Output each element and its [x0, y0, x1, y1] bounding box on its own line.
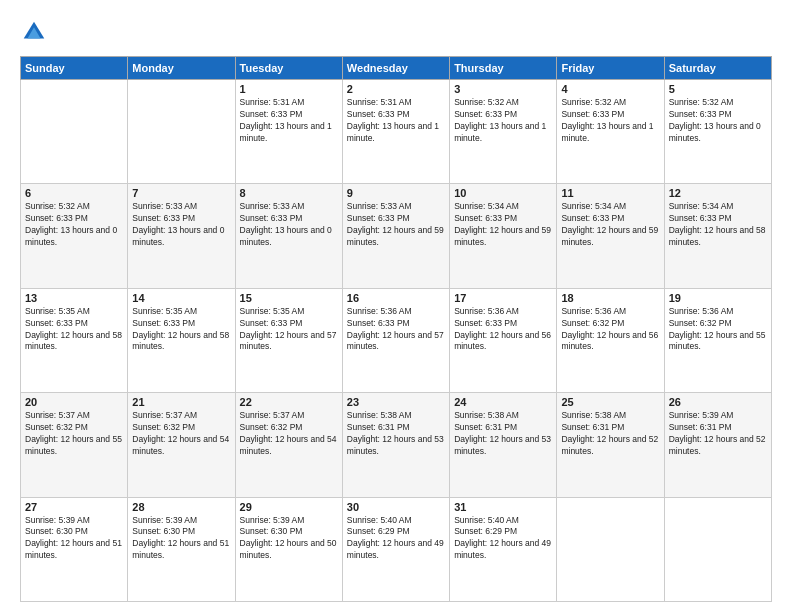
calendar-cell: 15Sunrise: 5:35 AMSunset: 6:33 PMDayligh… — [235, 288, 342, 392]
day-info: Sunrise: 5:32 AMSunset: 6:33 PMDaylight:… — [561, 97, 659, 145]
calendar-cell: 26Sunrise: 5:39 AMSunset: 6:31 PMDayligh… — [664, 393, 771, 497]
weekday-header: Tuesday — [235, 57, 342, 80]
calendar-cell: 7Sunrise: 5:33 AMSunset: 6:33 PMDaylight… — [128, 184, 235, 288]
day-number: 23 — [347, 396, 445, 408]
weekday-header: Thursday — [450, 57, 557, 80]
day-number: 5 — [669, 83, 767, 95]
day-number: 19 — [669, 292, 767, 304]
logo-icon — [20, 18, 48, 46]
calendar-week-row: 27Sunrise: 5:39 AMSunset: 6:30 PMDayligh… — [21, 497, 772, 601]
day-number: 14 — [132, 292, 230, 304]
day-info: Sunrise: 5:35 AMSunset: 6:33 PMDaylight:… — [25, 306, 123, 354]
calendar-cell — [557, 497, 664, 601]
day-info: Sunrise: 5:36 AMSunset: 6:33 PMDaylight:… — [347, 306, 445, 354]
day-info: Sunrise: 5:32 AMSunset: 6:33 PMDaylight:… — [454, 97, 552, 145]
day-number: 2 — [347, 83, 445, 95]
day-info: Sunrise: 5:33 AMSunset: 6:33 PMDaylight:… — [347, 201, 445, 249]
calendar-cell — [664, 497, 771, 601]
day-info: Sunrise: 5:37 AMSunset: 6:32 PMDaylight:… — [240, 410, 338, 458]
day-number: 9 — [347, 187, 445, 199]
day-info: Sunrise: 5:31 AMSunset: 6:33 PMDaylight:… — [347, 97, 445, 145]
day-info: Sunrise: 5:31 AMSunset: 6:33 PMDaylight:… — [240, 97, 338, 145]
day-info: Sunrise: 5:39 AMSunset: 6:30 PMDaylight:… — [25, 515, 123, 563]
day-info: Sunrise: 5:33 AMSunset: 6:33 PMDaylight:… — [240, 201, 338, 249]
weekday-header: Monday — [128, 57, 235, 80]
day-info: Sunrise: 5:36 AMSunset: 6:32 PMDaylight:… — [669, 306, 767, 354]
day-number: 7 — [132, 187, 230, 199]
day-number: 25 — [561, 396, 659, 408]
calendar-cell: 9Sunrise: 5:33 AMSunset: 6:33 PMDaylight… — [342, 184, 449, 288]
day-number: 21 — [132, 396, 230, 408]
day-info: Sunrise: 5:34 AMSunset: 6:33 PMDaylight:… — [669, 201, 767, 249]
day-number: 10 — [454, 187, 552, 199]
calendar-cell: 22Sunrise: 5:37 AMSunset: 6:32 PMDayligh… — [235, 393, 342, 497]
day-info: Sunrise: 5:38 AMSunset: 6:31 PMDaylight:… — [561, 410, 659, 458]
day-number: 20 — [25, 396, 123, 408]
day-number: 1 — [240, 83, 338, 95]
day-number: 26 — [669, 396, 767, 408]
calendar-cell: 29Sunrise: 5:39 AMSunset: 6:30 PMDayligh… — [235, 497, 342, 601]
calendar-cell: 18Sunrise: 5:36 AMSunset: 6:32 PMDayligh… — [557, 288, 664, 392]
day-info: Sunrise: 5:39 AMSunset: 6:30 PMDaylight:… — [132, 515, 230, 563]
calendar-week-row: 1Sunrise: 5:31 AMSunset: 6:33 PMDaylight… — [21, 80, 772, 184]
day-number: 12 — [669, 187, 767, 199]
calendar-cell: 12Sunrise: 5:34 AMSunset: 6:33 PMDayligh… — [664, 184, 771, 288]
weekday-header: Wednesday — [342, 57, 449, 80]
calendar-cell — [128, 80, 235, 184]
calendar-cell: 16Sunrise: 5:36 AMSunset: 6:33 PMDayligh… — [342, 288, 449, 392]
calendar-week-row: 6Sunrise: 5:32 AMSunset: 6:33 PMDaylight… — [21, 184, 772, 288]
day-info: Sunrise: 5:40 AMSunset: 6:29 PMDaylight:… — [454, 515, 552, 563]
day-number: 18 — [561, 292, 659, 304]
calendar-cell: 23Sunrise: 5:38 AMSunset: 6:31 PMDayligh… — [342, 393, 449, 497]
calendar-table: SundayMondayTuesdayWednesdayThursdayFrid… — [20, 56, 772, 602]
day-number: 24 — [454, 396, 552, 408]
calendar-cell: 10Sunrise: 5:34 AMSunset: 6:33 PMDayligh… — [450, 184, 557, 288]
page: SundayMondayTuesdayWednesdayThursdayFrid… — [0, 0, 792, 612]
day-info: Sunrise: 5:36 AMSunset: 6:33 PMDaylight:… — [454, 306, 552, 354]
calendar-cell: 3Sunrise: 5:32 AMSunset: 6:33 PMDaylight… — [450, 80, 557, 184]
calendar-cell: 6Sunrise: 5:32 AMSunset: 6:33 PMDaylight… — [21, 184, 128, 288]
day-info: Sunrise: 5:38 AMSunset: 6:31 PMDaylight:… — [454, 410, 552, 458]
calendar-cell: 31Sunrise: 5:40 AMSunset: 6:29 PMDayligh… — [450, 497, 557, 601]
day-number: 6 — [25, 187, 123, 199]
calendar-cell: 4Sunrise: 5:32 AMSunset: 6:33 PMDaylight… — [557, 80, 664, 184]
calendar-cell: 20Sunrise: 5:37 AMSunset: 6:32 PMDayligh… — [21, 393, 128, 497]
day-number: 15 — [240, 292, 338, 304]
day-number: 29 — [240, 501, 338, 513]
weekday-header: Friday — [557, 57, 664, 80]
calendar-cell: 1Sunrise: 5:31 AMSunset: 6:33 PMDaylight… — [235, 80, 342, 184]
day-number: 3 — [454, 83, 552, 95]
day-number: 11 — [561, 187, 659, 199]
calendar-cell: 19Sunrise: 5:36 AMSunset: 6:32 PMDayligh… — [664, 288, 771, 392]
calendar-week-row: 13Sunrise: 5:35 AMSunset: 6:33 PMDayligh… — [21, 288, 772, 392]
day-info: Sunrise: 5:35 AMSunset: 6:33 PMDaylight:… — [240, 306, 338, 354]
day-info: Sunrise: 5:40 AMSunset: 6:29 PMDaylight:… — [347, 515, 445, 563]
calendar-cell: 25Sunrise: 5:38 AMSunset: 6:31 PMDayligh… — [557, 393, 664, 497]
day-number: 31 — [454, 501, 552, 513]
day-info: Sunrise: 5:39 AMSunset: 6:31 PMDaylight:… — [669, 410, 767, 458]
calendar-cell: 2Sunrise: 5:31 AMSunset: 6:33 PMDaylight… — [342, 80, 449, 184]
day-info: Sunrise: 5:33 AMSunset: 6:33 PMDaylight:… — [132, 201, 230, 249]
day-number: 8 — [240, 187, 338, 199]
day-info: Sunrise: 5:37 AMSunset: 6:32 PMDaylight:… — [132, 410, 230, 458]
calendar-cell: 28Sunrise: 5:39 AMSunset: 6:30 PMDayligh… — [128, 497, 235, 601]
calendar-cell: 24Sunrise: 5:38 AMSunset: 6:31 PMDayligh… — [450, 393, 557, 497]
day-number: 13 — [25, 292, 123, 304]
calendar-cell: 13Sunrise: 5:35 AMSunset: 6:33 PMDayligh… — [21, 288, 128, 392]
calendar-cell: 30Sunrise: 5:40 AMSunset: 6:29 PMDayligh… — [342, 497, 449, 601]
day-info: Sunrise: 5:34 AMSunset: 6:33 PMDaylight:… — [454, 201, 552, 249]
day-number: 22 — [240, 396, 338, 408]
day-number: 16 — [347, 292, 445, 304]
logo — [20, 18, 52, 46]
day-number: 27 — [25, 501, 123, 513]
header-row: SundayMondayTuesdayWednesdayThursdayFrid… — [21, 57, 772, 80]
day-number: 4 — [561, 83, 659, 95]
day-info: Sunrise: 5:39 AMSunset: 6:30 PMDaylight:… — [240, 515, 338, 563]
day-info: Sunrise: 5:38 AMSunset: 6:31 PMDaylight:… — [347, 410, 445, 458]
day-number: 30 — [347, 501, 445, 513]
calendar-cell — [21, 80, 128, 184]
day-number: 17 — [454, 292, 552, 304]
day-info: Sunrise: 5:36 AMSunset: 6:32 PMDaylight:… — [561, 306, 659, 354]
day-info: Sunrise: 5:37 AMSunset: 6:32 PMDaylight:… — [25, 410, 123, 458]
calendar-cell: 8Sunrise: 5:33 AMSunset: 6:33 PMDaylight… — [235, 184, 342, 288]
